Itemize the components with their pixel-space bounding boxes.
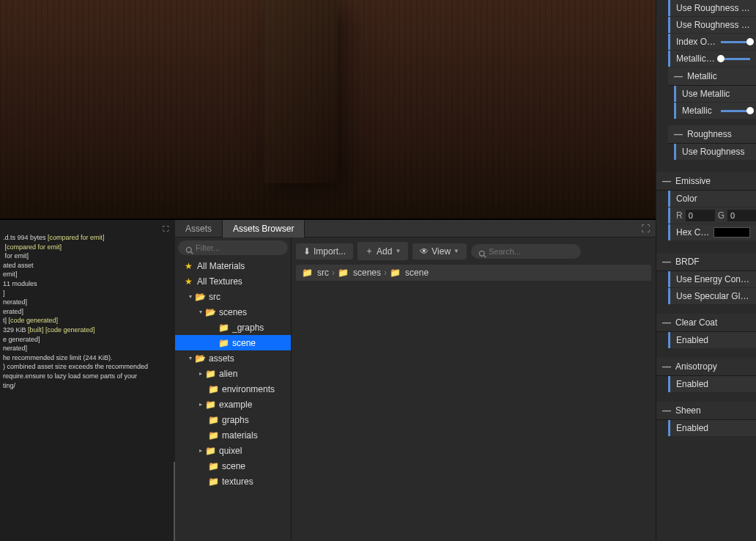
viewport-3d[interactable] [0,0,656,220]
folder-icon: 📁 [204,446,216,456]
star-icon: ★ [182,261,194,271]
tree-alien[interactable]: ▸📁alien [175,366,291,381]
tree-environments[interactable]: 📁environments [175,381,291,397]
properties-panel: Use Roughness From Meta Use Roughness Fr… [656,0,756,541]
minus-icon: — [662,361,671,372]
console-line: e generated] [3,335,172,345]
svg-point-2 [479,251,484,256]
tab-assets[interactable]: Assets [175,220,223,238]
section-metallic[interactable]: —Metallic [668,67,756,86]
folder-open-icon: 📂 [194,353,206,364]
console-line: 11 modules [3,279,172,289]
g-input[interactable] [727,210,756,221]
chevron-down-icon: ▾ [187,355,194,361]
crumb-src[interactable]: src [317,268,329,278]
minus-icon: — [662,176,671,186]
add-button[interactable]: ＋Add▼ [357,242,408,260]
section-clear-coat[interactable]: —Clear Coat [656,314,756,332]
console-line: ] [3,289,172,298]
prop-color-rgb[interactable]: R G [668,207,756,224]
download-icon: ⬇ [303,246,311,257]
crumb-scenes[interactable]: scenes [353,268,381,278]
console-line: ) combined asset size exceeds the recomm… [3,362,172,372]
tree-scene[interactable]: 📁scene [175,335,291,350]
console-line: t] [code generated] [3,316,172,325]
folder-icon: 📁 [204,369,216,379]
slider[interactable] [721,58,750,60]
chevron-down-icon: ▾ [197,309,204,315]
tree-all-materials[interactable]: ★All Materials [175,258,291,273]
tree-scenes[interactable]: ▾📂scenes [175,304,291,320]
tree-graphs[interactable]: 📁_graphs [175,320,291,335]
prop-index-of-refraction[interactable]: Index Of Refr [668,34,756,50]
hex-swatch[interactable] [714,227,750,238]
console-line: ated asset [3,261,172,270]
prop-use-roughness-meta-2[interactable]: Use Roughness From Meta [668,17,756,33]
console-line: ting/ [3,381,172,391]
console-line: 329 KiB [built] [code generated] [3,325,172,335]
prop-energy-conservation[interactable]: Use Energy Conservation [668,271,756,287]
prop-metallic-slider[interactable]: Metallic [674,103,756,119]
expand-icon[interactable]: ⛶ [163,224,169,234]
search-input[interactable] [471,244,581,259]
chevron-right-icon: › [332,268,335,278]
svg-point-0 [186,248,191,253]
section-anisotropy[interactable]: —Anisotropy [656,358,756,376]
tree-all-textures[interactable]: ★All Textures [175,273,291,289]
prop-use-metallic[interactable]: Use Metallic [674,86,756,102]
prop-specular-glossiness[interactable]: Use Specular Glossiness In [668,288,756,304]
section-brdf[interactable]: —BRDF [656,253,756,271]
folder-icon: 📁 [218,323,229,333]
filter-input[interactable] [178,240,288,255]
tree-graphs2[interactable]: 📁graphs [175,412,291,427]
console-line: emit] [3,270,172,279]
folder-open-icon: 📂 [194,292,206,302]
console-line: .d.ts 994 bytes [compared for emit] [3,233,172,243]
r-label: R [676,210,683,221]
chevron-down-icon: ▾ [187,293,194,300]
folder-icon: 📁 [204,400,216,410]
import-button[interactable]: ⬇Import... [296,243,353,260]
browser-content[interactable] [292,281,656,541]
prop-metallic-f0[interactable]: Metallic F0 F [668,51,756,67]
section-roughness[interactable]: —Roughness [668,125,756,144]
prop-sheen-enabled[interactable]: Enabled [668,420,756,436]
tree-materials[interactable]: 📁materials [175,427,291,443]
slider[interactable] [721,110,750,112]
console-line: he recommended size limit (244 KiB). [3,353,172,363]
g-label: G [718,210,724,221]
r-input[interactable] [686,210,715,221]
chevron-right-icon: ▸ [197,370,204,377]
prop-hex-color[interactable]: Hex Color [668,224,756,240]
tab-assets-browser[interactable]: Assets Browser [223,220,305,238]
view-button[interactable]: 👁View▼ [412,243,467,260]
prop-clearcoat-enabled[interactable]: Enabled [668,332,756,348]
prop-use-roughness[interactable]: Use Roughness [674,144,756,160]
tree-example[interactable]: ▸📁example [175,397,291,412]
console-panel: ⛶ .d.ts 994 bytes [compared for emit] [c… [0,220,175,541]
crumb-scene[interactable]: scene [405,268,429,278]
expand-icon[interactable]: ⛶ [641,224,650,234]
tree-textures[interactable]: 📁textures [175,474,291,489]
tree-scene2[interactable]: 📁scene [175,458,291,474]
tree-assets[interactable]: ▾📂assets [175,350,291,366]
folder-icon: 📁 [207,384,219,394]
folder-icon: 📁 [338,268,349,278]
prop-anisotropy-enabled[interactable]: Enabled [668,376,756,392]
chevron-right-icon: ▸ [197,401,204,408]
plus-icon: ＋ [365,245,374,257]
star-icon: ★ [182,276,194,287]
section-sheen[interactable]: —Sheen [656,402,756,420]
breadcrumb: 📁src › 📁scenes › 📁scene [296,265,651,281]
minus-icon: — [674,71,683,81]
prop-use-roughness-meta-1[interactable]: Use Roughness From Meta [668,0,756,16]
chevron-right-icon: › [384,268,387,278]
assets-panel: Assets Assets Browser ⛶ [175,220,656,541]
folder-icon: 📁 [207,415,219,425]
slider[interactable] [721,41,750,43]
svg-line-3 [484,255,486,257]
section-emissive[interactable]: —Emissive [656,172,756,191]
folder-open-icon: 📂 [204,307,216,317]
tree-quixel[interactable]: ▸📁quixel [175,443,291,458]
tree-src[interactable]: ▾📂src [175,289,291,304]
